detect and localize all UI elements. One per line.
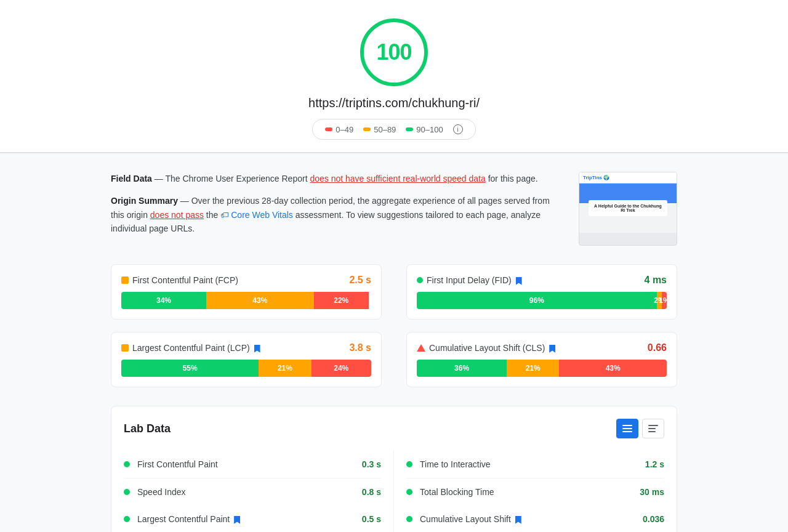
fcp-bar: 34% 43% 22% bbox=[121, 292, 371, 309]
lab-metric-tbt: Total Blocking Time 30 ms bbox=[406, 478, 664, 506]
field-data-desc-prefix: — The Chrome User Experience Report bbox=[155, 174, 310, 183]
metric-fid-title-row: First Input Delay (FID) bbox=[417, 275, 522, 285]
lcp-title: Largest Contentful Paint (LCP) bbox=[132, 343, 260, 353]
lab-lcp-bookmark-icon bbox=[234, 516, 240, 524]
legend-item-orange: 50–89 bbox=[363, 125, 396, 134]
fcp-title: First Contentful Paint (FCP) bbox=[132, 275, 238, 285]
lab-cls-value: 0.036 bbox=[643, 514, 664, 524]
cls-bar-red: 43% bbox=[559, 360, 667, 377]
lab-cls-bookmark-icon bbox=[515, 516, 521, 524]
fcp-icon bbox=[121, 276, 129, 284]
lab-fcp-name: First Contentful Paint bbox=[137, 459, 356, 469]
fid-bookmark-icon bbox=[516, 277, 522, 285]
no-data-link[interactable]: does not have sufficient real-world spee… bbox=[310, 174, 485, 183]
lcp-bookmark-icon bbox=[254, 345, 260, 353]
score-value: 100 bbox=[376, 39, 411, 65]
lab-cls-name: Cumulative Layout Shift bbox=[420, 514, 637, 524]
thumbnail-body: A Helpful Guide to the Chukhung Ri Trek bbox=[579, 183, 677, 233]
cls-title: Cumulative Layout Shift (CLS) bbox=[429, 343, 555, 353]
metric-fid-header: First Input Delay (FID) 4 ms bbox=[417, 275, 667, 286]
metric-fcp-title-row: First Contentful Paint (FCP) bbox=[121, 275, 238, 285]
lab-metric-lcp: Largest Contentful Paint 0.5 s bbox=[124, 506, 381, 532]
does-not-pass-link[interactable]: does not pass bbox=[150, 210, 204, 220]
fid-icon bbox=[417, 277, 423, 283]
tbt-status-dot bbox=[406, 489, 412, 495]
field-data-paragraph: Field Data — The Chrome User Experience … bbox=[111, 172, 560, 185]
legend-range-2: 90–100 bbox=[416, 125, 443, 134]
compact-lines-icon bbox=[648, 425, 658, 432]
top-section: 100 https://triptins.com/chukhung-ri/ 0–… bbox=[0, 0, 788, 153]
metric-cls: Cumulative Layout Shift (CLS) 0.66 36% 2… bbox=[406, 332, 677, 387]
fcp-bar-orange: 43% bbox=[206, 292, 314, 309]
page-url: https://triptins.com/chukhung-ri/ bbox=[308, 96, 480, 110]
lab-si-name: Speed Index bbox=[137, 487, 356, 497]
metric-fcp-header: First Contentful Paint (FCP) 2.5 s bbox=[121, 275, 371, 286]
red-indicator bbox=[325, 127, 332, 131]
fid-bar-green: 96% bbox=[417, 292, 657, 309]
lab-metric-si: Speed Index 0.8 s bbox=[124, 478, 381, 506]
score-circle: 100 bbox=[360, 18, 428, 86]
fid-value: 4 ms bbox=[645, 275, 667, 286]
metric-lcp-title-row: Largest Contentful Paint (LCP) bbox=[121, 343, 260, 353]
lab-data-section: Lab Data First Contentful Paint bbox=[111, 406, 677, 532]
origin-title: Origin Summary bbox=[111, 196, 178, 206]
lab-lcp-status-dot bbox=[124, 516, 130, 522]
field-data-desc-suffix: for this page. bbox=[486, 174, 538, 183]
lab-fcp-value: 0.3 s bbox=[362, 459, 381, 469]
fid-bar: 96% 2% 1% bbox=[417, 292, 667, 309]
lab-metric-tti: Time to Interactive 1.2 s bbox=[406, 451, 664, 478]
metric-fid: First Input Delay (FID) 4 ms 96% 2% 1% bbox=[406, 264, 677, 320]
field-data-text: Field Data — The Chrome User Experience … bbox=[111, 172, 560, 246]
fcp-status-dot bbox=[124, 461, 130, 467]
thumbnail-logo: TripTins 🌍 bbox=[583, 175, 609, 180]
si-status-dot bbox=[124, 489, 130, 495]
legend-range-1: 50–89 bbox=[374, 125, 396, 134]
lab-metrics-right: Time to Interactive 1.2 s Total Blocking… bbox=[394, 451, 664, 532]
lab-si-value: 0.8 s bbox=[362, 487, 381, 497]
lab-metric-fcp: First Contentful Paint 0.3 s bbox=[124, 451, 381, 478]
main-content: Field Data — The Chrome User Experience … bbox=[98, 153, 690, 532]
cls-triangle-icon bbox=[417, 344, 425, 352]
lab-tbt-name: Total Blocking Time bbox=[420, 487, 633, 497]
fid-title: First Input Delay (FID) bbox=[427, 275, 522, 285]
metric-fcp: First Contentful Paint (FCP) 2.5 s 34% 4… bbox=[111, 264, 382, 320]
cwv-badge[interactable]: 🏷 Core Web Vitals bbox=[220, 208, 293, 222]
score-legend: 0–49 50–89 90–100 i bbox=[312, 119, 475, 140]
orange-indicator bbox=[363, 127, 371, 131]
fcp-bar-red: 22% bbox=[314, 292, 369, 309]
green-indicator bbox=[406, 127, 413, 131]
lab-cls-status-dot bbox=[406, 516, 412, 522]
fid-bar-red: 1% bbox=[662, 292, 667, 309]
thumbnail-card: A Helpful Guide to the Chukhung Ri Trek bbox=[589, 200, 667, 216]
lcp-value: 3.8 s bbox=[349, 342, 371, 353]
fcp-bar-green: 34% bbox=[121, 292, 206, 309]
lab-tti-name: Time to Interactive bbox=[420, 459, 639, 469]
field-metrics-grid: First Contentful Paint (FCP) 2.5 s 34% 4… bbox=[111, 264, 677, 387]
lab-metrics-grid: First Contentful Paint 0.3 s Speed Index… bbox=[124, 451, 664, 532]
page-thumbnail: TripTins 🌍 A Helpful Guide to the Chukhu… bbox=[579, 172, 677, 246]
fcp-value: 2.5 s bbox=[349, 275, 371, 286]
lab-header: Lab Data bbox=[124, 419, 664, 438]
toggle-compact-view[interactable] bbox=[642, 419, 664, 438]
metric-cls-header: Cumulative Layout Shift (CLS) 0.66 bbox=[417, 342, 667, 353]
lcp-bar-green: 55% bbox=[121, 360, 259, 377]
field-data-title: Field Data bbox=[111, 174, 152, 183]
thumbnail-header: TripTins 🌍 bbox=[579, 172, 677, 183]
lcp-bar-orange: 21% bbox=[259, 360, 311, 377]
bar-lines-icon bbox=[622, 425, 632, 432]
cls-bar: 36% 21% 43% bbox=[417, 360, 667, 377]
metric-lcp-header: Largest Contentful Paint (LCP) 3.8 s bbox=[121, 342, 371, 353]
lab-lcp-name: Largest Contentful Paint bbox=[137, 514, 356, 524]
metric-lcp: Largest Contentful Paint (LCP) 3.8 s 55%… bbox=[111, 332, 382, 387]
info-icon[interactable]: i bbox=[453, 124, 463, 134]
toggle-bar-view[interactable] bbox=[616, 419, 638, 438]
lab-tbt-value: 30 ms bbox=[640, 487, 664, 497]
legend-range-0: 0–49 bbox=[336, 125, 353, 134]
lab-metrics-left: First Contentful Paint 0.3 s Speed Index… bbox=[124, 451, 394, 532]
cwv-text: Core Web Vitals bbox=[231, 208, 293, 222]
origin-middle: the bbox=[204, 210, 220, 220]
origin-summary-paragraph: Origin Summary — Over the previous 28-da… bbox=[111, 194, 560, 235]
lcp-bar: 55% 21% 24% bbox=[121, 360, 371, 377]
legend-item-red: 0–49 bbox=[325, 125, 353, 134]
view-toggle bbox=[616, 419, 664, 438]
